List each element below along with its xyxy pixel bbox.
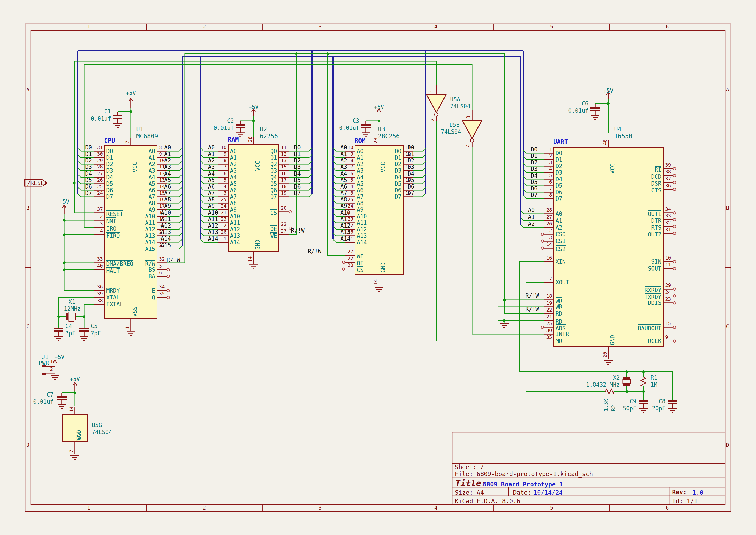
net-label-d0: D0 [294, 145, 301, 150]
pin-num-U2-20: 20 [281, 206, 287, 211]
value-u5b: 74LS04 [441, 129, 461, 135]
pin-num-U4-39: 39 [665, 163, 671, 167]
net-label-a5: A5 [164, 177, 171, 183]
net-label-a5: A5 [340, 177, 347, 183]
pin-name-U4-rxrdy: RXRDY [645, 286, 662, 293]
pin-num-U1-25: 25 [97, 184, 103, 189]
no-connect [541, 247, 544, 249]
no-connect [673, 288, 676, 290]
net-label-a10: A10 [161, 210, 171, 215]
pin-num-U4-13: 13 [547, 235, 552, 240]
no-connect [673, 232, 676, 235]
pin-num-U3-5: 5 [351, 178, 353, 183]
grid-col-label: 6 [635, 24, 700, 29]
net-label-a9: A9 [208, 203, 215, 209]
pin-name-U1-a0: A0 [148, 149, 155, 154]
net-label-d4: D4 [85, 171, 92, 177]
pin-name-U4-vcc: VCC [609, 163, 615, 174]
no-connect [541, 326, 544, 328]
no-connect [167, 296, 170, 299]
pin-num-U3-4: 4 [351, 184, 353, 189]
junction [129, 110, 132, 113]
pin-name-U2-q6: Q6 [270, 187, 277, 193]
net-label-d6: D6 [85, 184, 92, 189]
pin-name-U3-d4: D4 [395, 175, 401, 180]
pin-num-U1-4: 4 [100, 229, 103, 234]
pin-name-U2-a14: A14 [230, 240, 240, 245]
net-label-d5: D5 [294, 177, 301, 183]
grid-row-label: B [26, 206, 29, 211]
pin-num-U1-28: 28 [97, 165, 103, 169]
grid-col-label: 4 [404, 24, 468, 29]
pin-name-U4-wr: WR [555, 297, 562, 304]
pin-name-U4-dcd: DCD [651, 173, 662, 180]
titleblock-file: File: 6809-board-prototype-1.kicad_sch [455, 471, 593, 477]
pin-num-U4-35: 35 [547, 335, 552, 340]
net-label-a6: A6 [340, 184, 347, 189]
pin-name-U4-d0: D0 [555, 150, 562, 156]
pin-num-U4-28: 28 [547, 208, 552, 212]
pin-name-U1-reset: RESET [106, 210, 123, 217]
pin-name-U4-dtr: DTR [651, 217, 662, 223]
net-label-d1: D1 [294, 151, 301, 157]
pin-num-U1-34: 34 [159, 285, 165, 289]
pin-num-U1-15: 15 [159, 191, 165, 195]
pin-name-U1-a4: A4 [148, 175, 155, 180]
value-c6: 0.01uf [568, 108, 588, 113]
net-label-rw-uart-wr: R/!W [525, 293, 539, 298]
pin-num-U1-3: 3 [100, 222, 103, 226]
pin-num-U4-18: 18 [547, 294, 552, 298]
no-connect [167, 289, 170, 292]
no-connect [673, 188, 676, 191]
value-c7: 0.01uf [33, 399, 53, 405]
titleblock-rev-label: Rev: [672, 489, 687, 495]
pin-name-U1-nmi: NMI [106, 217, 117, 224]
junction [295, 52, 298, 55]
pin-name-U1-a2: A2 [148, 161, 155, 167]
pin-name-U1-d6: D6 [106, 187, 113, 193]
titleblock-sheet: Sheet: / [455, 464, 484, 470]
pin-name-U3-gnd: GND [380, 262, 386, 272]
pin-name-U3-a9: A9 [357, 207, 364, 212]
pin-num-U1-24: 24 [97, 191, 103, 195]
pin-num-U4-34: 34 [665, 207, 671, 211]
pin-name-U2-a6: A6 [230, 187, 237, 193]
pin-name-U1-a7: A7 [148, 194, 155, 200]
pin-num-U4-22: 22 [547, 308, 552, 312]
no-connect [541, 233, 544, 236]
net-label-a6: A6 [208, 184, 215, 189]
pin-name-U1-r/w: R/W [145, 260, 155, 267]
pin-num-U2-23: 23 [221, 217, 227, 222]
pin-name-U4-d1: D1 [555, 157, 562, 162]
net-label-a14: A14 [340, 236, 351, 241]
func-label-cpu: CPU [104, 138, 115, 144]
pin-name-U3-a5: A5 [357, 181, 364, 186]
pin-name-U1-ba: BA [148, 273, 155, 279]
pin-name-U3-a1: A1 [357, 155, 364, 160]
pin-name-U1-mrdy: MRDY [106, 288, 120, 294]
grid-row-label: D [26, 442, 29, 448]
inverter-U5B [462, 120, 482, 138]
net-label-a0: A0 [340, 145, 347, 150]
ref-c6: C6 [582, 101, 588, 106]
pin-num-U4-8: 8 [549, 193, 552, 197]
pin-name-U1-a5: A5 [148, 181, 155, 186]
pin-num-U2-2: 2 [224, 223, 227, 228]
pin-name-U4-rts: RTS [651, 224, 662, 230]
ref-u5b: U5B [449, 122, 460, 128]
titleblock-tool: KiCad E.D.A. 8.0.6 [455, 498, 520, 504]
junction [252, 120, 255, 122]
net-label-a0: A0 [208, 145, 215, 150]
pin-name-U2-q7: Q7 [270, 194, 277, 200]
cap-c2 [236, 124, 245, 126]
crystal-x2 [623, 377, 630, 379]
pin-name-U4-rclk: RCLK [648, 338, 662, 344]
net-label-a14: A14 [161, 236, 171, 241]
pin-name-U2-a2: A2 [230, 161, 237, 167]
junction [607, 102, 609, 105]
pin-name-U1-a13: A13 [145, 233, 155, 239]
value-j1: PWR [39, 360, 49, 366]
cap-c3 [361, 124, 370, 126]
ref-u4: U4 [614, 127, 621, 132]
pin-name-U1-a3: A3 [148, 168, 155, 173]
